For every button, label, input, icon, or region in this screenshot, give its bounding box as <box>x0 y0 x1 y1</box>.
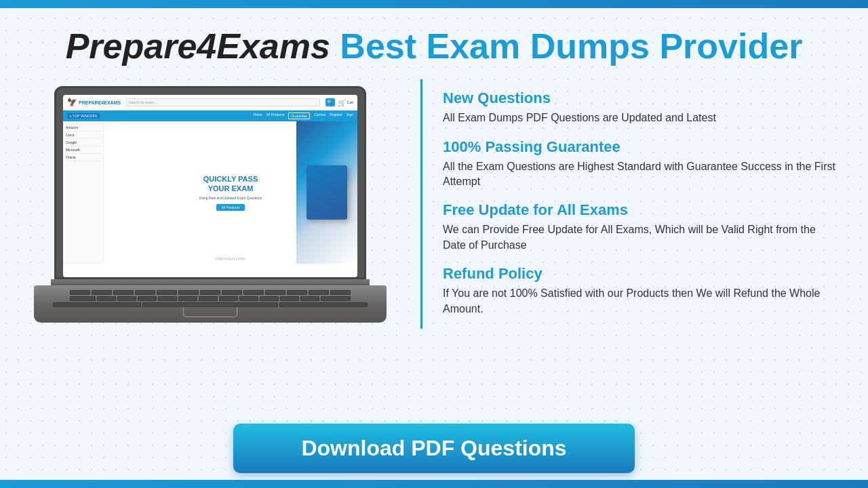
screen-nav-guarantee: Guarantee <box>288 113 310 119</box>
screen-all-products-btn: All Products <box>216 204 245 211</box>
screen-body: Amazon Cisco Google Microsoft Oracle QUI… <box>63 121 357 264</box>
key <box>138 296 157 301</box>
key <box>219 296 238 301</box>
sidebar-cisco: Cisco <box>66 131 100 139</box>
feature-desc-1: All Exam Dumps PDF Questions are Updated… <box>443 110 841 125</box>
sidebar-google: Google <box>66 139 100 146</box>
key <box>142 302 278 307</box>
screen-cart-text: Cart <box>347 100 353 104</box>
screen-nav-register: Register <box>330 113 342 119</box>
sidebar-microsoft: Microsoft <box>66 146 100 154</box>
features-area: New Questions All Exam Dumps PDF Questio… <box>420 79 841 329</box>
key <box>280 296 299 301</box>
screen-nav-sign: Sign <box>347 113 353 119</box>
key <box>70 290 90 295</box>
laptop-area: 🦅 PREPARE4EXAMS Search for exam... 🔍 🛒 C… <box>27 79 393 337</box>
screen-logo-text: PREPARE4EXAMS <box>79 100 121 105</box>
key <box>265 290 285 295</box>
sidebar-oracle: Oracle <box>66 154 100 161</box>
feature-title-3: Free Update for All Exams <box>443 201 841 219</box>
key <box>199 296 218 301</box>
screen-header: 🦅 PREPARE4EXAMS Search for exam... 🔍 🛒 C… <box>63 95 357 110</box>
download-section: Download PDF Questions <box>0 411 868 488</box>
key <box>222 290 242 295</box>
feature-title-2: 100% Passing Guarantee <box>443 138 841 156</box>
spacebar-key <box>53 302 141 307</box>
bird-icon: 🦅 <box>67 98 77 107</box>
page-container: Prepare4Exams Best Exam Dumps Provider 🦅… <box>0 0 868 488</box>
screen-nav: ≡ TOP VENDORS Home All Products Guarante… <box>63 110 357 121</box>
brand-name: Prepare4Exams <box>66 26 330 66</box>
key <box>300 296 319 301</box>
feature-title-1: New Questions <box>443 89 841 107</box>
page-title: Prepare4Exams Best Exam Dumps Provider <box>41 27 827 66</box>
key <box>158 296 177 301</box>
key <box>260 296 279 301</box>
screen-sidebar: Amazon Cisco Google Microsoft Oracle <box>63 121 104 264</box>
key <box>243 290 264 295</box>
screen-hero-sub: Using Real and Updated Exam Questions <box>199 196 262 200</box>
screen-search-box: Search for exam... <box>126 98 319 106</box>
keyboard-row-1 <box>50 290 371 295</box>
main-content: 🦅 PREPARE4EXAMS Search for exam... 🔍 🛒 C… <box>0 79 868 411</box>
feature-title-4: Refund Policy <box>443 265 841 283</box>
sidebar-amazon: Amazon <box>66 124 100 131</box>
bottom-bar <box>0 480 868 488</box>
key <box>287 290 307 295</box>
feature-refund-policy: Refund Policy If You are not 100% Satisf… <box>443 265 841 317</box>
screen-nav-vendor: ≡ TOP VENDORS <box>67 113 100 119</box>
key <box>113 290 134 295</box>
key <box>321 296 351 301</box>
key <box>330 290 351 295</box>
key <box>157 290 177 295</box>
screen-search-text: Search for exam... <box>129 100 157 104</box>
laptop-keyboard <box>44 288 376 314</box>
screen-watermark: PREPARE4EXAMS <box>216 257 245 261</box>
key <box>97 296 116 301</box>
feature-desc-2: All the Exam Questions are Highest Stand… <box>443 159 841 190</box>
keyboard-row-3 <box>50 302 371 307</box>
key <box>135 290 155 295</box>
screen-search-button: 🔍 <box>326 98 335 106</box>
laptop-wrapper: 🦅 PREPARE4EXAMS Search for exam... 🔍 🛒 C… <box>34 86 387 337</box>
key <box>117 296 136 301</box>
screen-nav-links: Home All Products Guarantee Contact Regi… <box>253 113 353 119</box>
feature-desc-3: We can Provide Free Update for All Exams… <box>443 222 841 253</box>
key <box>178 290 199 295</box>
screen-nav-contact: Contact <box>314 113 326 119</box>
key <box>279 302 368 307</box>
screen-logo: 🦅 PREPARE4EXAMS <box>67 98 121 107</box>
screen-nav-products: All Products <box>267 113 285 119</box>
top-bar <box>0 0 868 8</box>
feature-free-update: Free Update for All Exams We can Provide… <box>443 201 841 253</box>
screen-nav-home: Home <box>253 113 262 119</box>
laptop-screen-outer: 🦅 PREPARE4EXAMS Search for exam... 🔍 🛒 C… <box>54 86 366 279</box>
tagline: Best Exam Dumps Provider <box>330 26 802 66</box>
laptop-screen: 🦅 PREPARE4EXAMS Search for exam... 🔍 🛒 C… <box>63 95 357 277</box>
key <box>178 296 197 301</box>
key <box>200 290 220 295</box>
keyboard-row-2 <box>50 296 371 301</box>
key <box>239 296 258 301</box>
feature-passing-guarantee: 100% Passing Guarantee All the Exam Ques… <box>443 138 841 190</box>
download-button[interactable]: Download PDF Questions <box>233 424 634 473</box>
header: Prepare4Exams Best Exam Dumps Provider <box>0 8 868 79</box>
screen-main-content: QUICKLY PASSYOUR EXAM Using Real and Upd… <box>104 121 357 264</box>
screen-cart: 🛒 Cart <box>338 99 353 106</box>
feature-desc-4: If You are not 100% Satisfied with our P… <box>443 286 841 317</box>
screen-hero-text: QUICKLY PASSYOUR EXAM <box>203 174 258 194</box>
cart-icon: 🛒 <box>338 99 346 106</box>
feature-new-questions: New Questions All Exam Dumps PDF Questio… <box>443 89 841 125</box>
key <box>309 290 329 295</box>
product-box <box>307 165 347 220</box>
key <box>70 296 96 301</box>
screen-product-image <box>296 121 357 264</box>
key <box>92 290 112 295</box>
